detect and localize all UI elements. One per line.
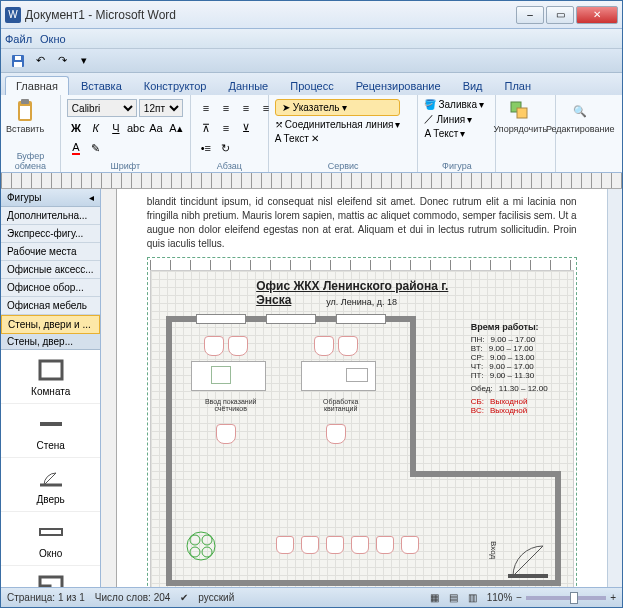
paste-icon [13,99,37,123]
fill-button[interactable]: Заливка [438,99,477,110]
cat-accessories[interactable]: Офисные аксесс... [1,261,100,279]
entry-label: Вход [489,541,498,559]
shape-room[interactable]: Комната [1,350,100,404]
tab-insert[interactable]: Вставка [71,77,132,95]
zoom-in-button[interactable]: + [610,592,616,603]
cat-walls[interactable]: Стены, двери и ... [1,315,100,334]
drawing-ruler [150,260,574,270]
view-web-button[interactable]: ▥ [468,592,477,603]
room-label-1: Ввод показаний счётчиков [196,398,266,412]
pointer-tool-button[interactable]: ➤ Указатель ▾ [275,99,401,116]
shape-corner-room[interactable]: Угловая комната [1,566,100,587]
align-center-button[interactable]: ≡ [217,99,235,117]
editing-button[interactable]: 🔍 Редактирование [560,97,600,136]
corner-room-icon [5,572,96,587]
floor-plan: Офис ЖКХ Ленинского района г. Энска ул. … [150,270,574,587]
body-paragraph-1: blandit tincidunt ipsum, id consequat ni… [147,195,577,251]
window-icon [5,518,96,546]
tab-design[interactable]: Конструктор [134,77,217,95]
group-tools: ➤ Указатель ▾ ⤱ Соединительная линия▾ A … [269,95,419,172]
menu-window[interactable]: Окно [40,33,66,45]
align-middle-button[interactable]: ≡ [217,119,235,137]
zoom-out-button[interactable]: − [516,592,522,603]
svg-point-15 [202,535,212,545]
tab-plan[interactable]: План [495,77,542,95]
font-size-select[interactable]: 12пт [139,99,183,117]
strikethrough-button[interactable]: abc [127,119,145,137]
align-top-button[interactable]: ⊼ [197,119,215,137]
document-area[interactable]: blandit tincidunt ipsum, id consequat ni… [117,189,607,587]
status-page[interactable]: Страница: 1 из 1 [7,592,85,603]
group-clipboard: Вставить Буфер обмена [1,95,61,172]
align-left-button[interactable]: ≡ [197,99,215,117]
chair-icon [301,536,319,554]
chair-icon [276,536,294,554]
view-reading-button[interactable]: ▤ [449,592,458,603]
chair-icon [216,424,236,444]
undo-button[interactable]: ↶ [31,52,49,70]
align-right-button[interactable]: ≡ [237,99,255,117]
vertical-scrollbar[interactable] [607,189,622,587]
qat-more-button[interactable]: ▾ [75,52,93,70]
zoom-control: 110% − + [487,592,616,603]
panel-collapse-icon[interactable]: ◂ [89,192,94,203]
arrange-icon [508,99,532,123]
bold-button[interactable]: Ж [67,119,85,137]
tab-process[interactable]: Процесс [280,77,343,95]
shapes-panel-title: Фигуры ◂ [1,189,100,207]
chair-icon [401,536,419,554]
shape-wall[interactable]: Стена [1,404,100,458]
font-name-select[interactable]: Calibri [67,99,137,117]
close-button[interactable]: ✕ [576,6,618,24]
cat-walls-sub[interactable]: Стены, двер... [1,334,100,350]
connector-button[interactable]: Соединительная линия [285,119,394,130]
svg-rect-1 [14,62,22,67]
cat-furniture[interactable]: Офисная мебель [1,297,100,315]
maximize-button[interactable]: ▭ [546,6,574,24]
cat-express[interactable]: Экспресс-фигу... [1,225,100,243]
tab-review[interactable]: Рецензирование [346,77,451,95]
chair-icon [376,536,394,554]
underline-button[interactable]: Ч [107,119,125,137]
canvas: blandit tincidunt ipsum, id consequat ni… [117,189,607,587]
highlight-button[interactable]: ✎ [87,139,105,157]
computer-icon [211,366,231,384]
cat-equipment[interactable]: Офисное обор... [1,279,100,297]
cat-more[interactable]: Дополнительна... [1,207,100,225]
bullets-button[interactable]: •≡ [197,139,215,157]
plant-icon [181,526,221,566]
vertical-ruler [101,189,116,587]
zoom-level[interactable]: 110% [487,592,513,603]
shape-window[interactable]: Окно [1,512,100,566]
line-button[interactable]: Линия [436,114,465,125]
text-tool-button[interactable]: Текст [284,133,309,144]
tab-view[interactable]: Вид [453,77,493,95]
case-button[interactable]: Aa [147,119,165,137]
tab-data[interactable]: Данные [218,77,278,95]
align-bottom-button[interactable]: ⊻ [237,119,255,137]
rotate-button[interactable]: ↻ [217,139,235,157]
minimize-button[interactable]: – [516,6,544,24]
chair-icon [204,336,224,356]
status-language[interactable]: русский [198,592,234,603]
app-window: W Документ1 - Microsoft Word – ▭ ✕ Файл … [0,0,623,608]
app-icon: W [5,7,21,23]
font-color-button[interactable]: A [67,139,85,157]
redo-button[interactable]: ↷ [53,52,71,70]
paste-button[interactable]: Вставить [5,97,45,136]
menu-file[interactable]: Файл [5,33,32,45]
embedded-drawing[interactable]: Офис ЖКХ Ленинского района г. Энска ул. … [147,257,577,587]
arrange-button[interactable]: Упорядочить [500,97,540,136]
italic-button[interactable]: К [87,119,105,137]
save-button[interactable] [9,52,27,70]
status-spellcheck-icon[interactable]: ✔ [180,592,188,603]
tab-home[interactable]: Главная [5,76,69,95]
status-wordcount[interactable]: Число слов: 204 [95,592,171,603]
view-print-layout-button[interactable]: ▦ [430,592,439,603]
cat-workplaces[interactable]: Рабочие места [1,243,100,261]
chair-icon [228,336,248,356]
shape-text-button[interactable]: Текст [433,128,458,139]
shape-door[interactable]: Дверь [1,458,100,512]
grow-font-button[interactable]: A▴ [167,119,185,137]
zoom-slider[interactable] [526,596,606,600]
